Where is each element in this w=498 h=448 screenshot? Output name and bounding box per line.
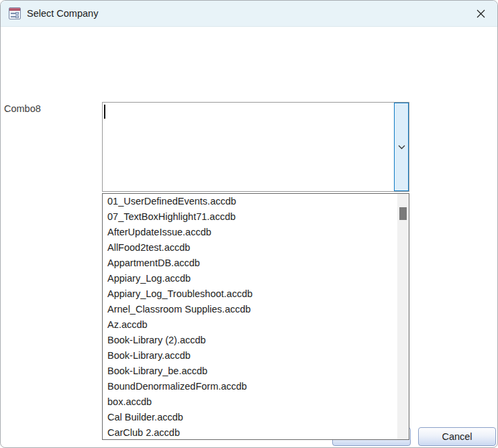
- form-icon-field: [15, 12, 19, 15]
- list-item[interactable]: Book-Library (2).accdb: [103, 333, 397, 348]
- combo-label: Combo8: [4, 103, 41, 114]
- title-bar: Select Company: [1, 1, 497, 27]
- combo-input[interactable]: [103, 103, 394, 191]
- list-item[interactable]: CarClub 2.accdb: [103, 425, 397, 440]
- list-scrollbar[interactable]: [397, 194, 409, 439]
- list-item[interactable]: Az.accdb: [103, 317, 397, 333]
- close-icon: [476, 9, 486, 19]
- list-item[interactable]: AfterUpdateIssue.accdb: [103, 225, 397, 240]
- form-icon-line: [11, 16, 15, 17]
- form-icon-header: [9, 8, 20, 11]
- list-item[interactable]: 01_UserDefinedEvents.accdb: [103, 194, 397, 209]
- list-item[interactable]: Arnel_Classroom Supplies.accdb: [103, 302, 397, 317]
- list-item[interactable]: Book-Library_be.accdb: [103, 363, 397, 379]
- cancel-button[interactable]: Cancel: [418, 427, 496, 446]
- list-item[interactable]: AllFood2test.accdb: [103, 240, 397, 256]
- list-item[interactable]: Appiary_Log.accdb: [103, 271, 397, 286]
- form-icon-line: [11, 13, 15, 14]
- scrollbar-thumb[interactable]: [399, 207, 407, 220]
- list-item[interactable]: Appiary_Log_Troubleshoot.accdb: [103, 286, 397, 302]
- list-item[interactable]: AppartmentDB.accdb: [103, 256, 397, 271]
- list-item[interactable]: BoundDenormalizedForm.accdb: [103, 379, 397, 394]
- list-item[interactable]: box.accdb: [103, 394, 397, 410]
- dialog-window: Select Company Combo8 01_UserDefinedEven…: [0, 0, 498, 448]
- list-item[interactable]: Cal Builder.accdb: [103, 410, 397, 425]
- window-title: Select Company: [27, 8, 98, 19]
- list-item[interactable]: Book-Library.accdb: [103, 348, 397, 363]
- close-button[interactable]: [472, 5, 489, 22]
- text-caret: [104, 105, 105, 119]
- combo-dropdown-button[interactable]: [394, 103, 409, 191]
- chevron-down-icon: [398, 145, 405, 150]
- form-icon: [9, 7, 21, 19]
- combo-box: [102, 102, 409, 192]
- list-item[interactable]: 07_TextBoxHighlight71.accdb: [103, 209, 397, 225]
- dropdown-list[interactable]: 01_UserDefinedEvents.accdb07_TextBoxHigh…: [102, 193, 409, 440]
- form-icon-field: [15, 15, 19, 18]
